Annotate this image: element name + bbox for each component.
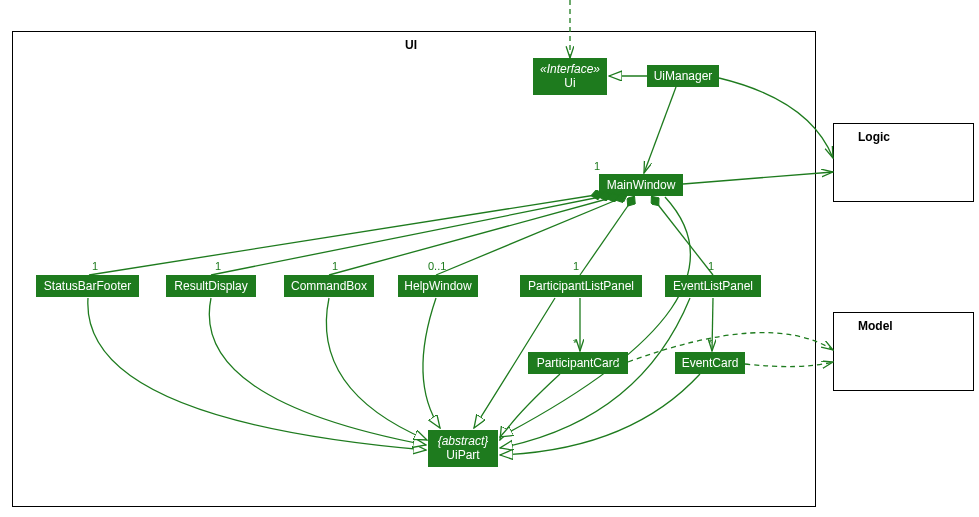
mult-resultdisplay: 1 bbox=[215, 260, 221, 272]
class-command-box: CommandBox bbox=[284, 275, 374, 297]
package-logic-label: Logic bbox=[858, 130, 890, 144]
mult-main-window: 1 bbox=[594, 160, 600, 172]
mult-helpwindow: 0..1 bbox=[428, 260, 446, 272]
class-statusbar-footer: StatusBarFooter bbox=[36, 275, 139, 297]
package-ui-label: UI bbox=[405, 38, 417, 52]
class-name-label: UiManager bbox=[653, 69, 713, 83]
class-participant-card: ParticipantCard bbox=[528, 352, 628, 374]
class-participant-list-panel: ParticipantListPanel bbox=[520, 275, 642, 297]
class-main-window: MainWindow bbox=[599, 174, 683, 196]
class-name-label: ParticipantCard bbox=[534, 356, 622, 370]
class-name-label: EventListPanel bbox=[671, 279, 755, 293]
class-help-window: HelpWindow bbox=[398, 275, 478, 297]
mult-statusbar: 1 bbox=[92, 260, 98, 272]
class-name-label: HelpWindow bbox=[404, 279, 472, 293]
class-name-label: CommandBox bbox=[290, 279, 368, 293]
stereotype-label: {abstract} bbox=[434, 434, 492, 448]
package-logic bbox=[833, 123, 974, 202]
class-event-list-panel: EventListPanel bbox=[665, 275, 761, 297]
mult-ecard: * bbox=[708, 337, 712, 349]
class-name-label: UiPart bbox=[434, 448, 492, 462]
class-name-label: Ui bbox=[539, 76, 601, 90]
mult-plp: 1 bbox=[573, 260, 579, 272]
package-model bbox=[833, 312, 974, 391]
class-name-label: MainWindow bbox=[605, 178, 677, 192]
class-ui-part: {abstract} UiPart bbox=[428, 430, 498, 467]
mult-pcard: * bbox=[573, 337, 577, 349]
mult-commandbox: 1 bbox=[332, 260, 338, 272]
mult-elp: 1 bbox=[708, 260, 714, 272]
package-ui bbox=[12, 31, 816, 507]
class-result-display: ResultDisplay bbox=[166, 275, 256, 297]
class-name-label: EventCard bbox=[681, 356, 739, 370]
stereotype-label: «Interface» bbox=[539, 62, 601, 76]
class-name-label: StatusBarFooter bbox=[42, 279, 133, 293]
class-name-label: ParticipantListPanel bbox=[526, 279, 636, 293]
class-name-label: ResultDisplay bbox=[172, 279, 250, 293]
class-event-card: EventCard bbox=[675, 352, 745, 374]
class-ui-interface: «Interface» Ui bbox=[533, 58, 607, 95]
package-model-label: Model bbox=[858, 319, 893, 333]
class-ui-manager: UiManager bbox=[647, 65, 719, 87]
